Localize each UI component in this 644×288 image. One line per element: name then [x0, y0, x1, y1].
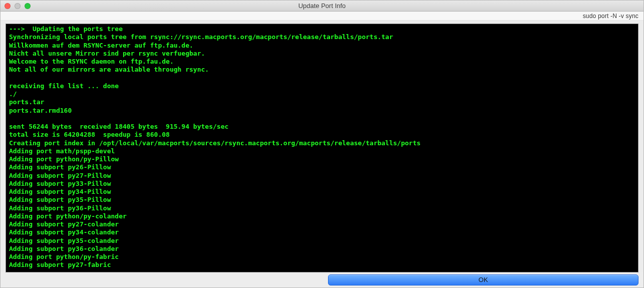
terminal-line: Adding subport py26-Pillow: [9, 163, 635, 171]
terminal-line: Creating port index in /opt/local/var/ma…: [9, 139, 635, 147]
terminal-line: Adding subport py27-Pillow: [9, 172, 635, 180]
zoom-icon[interactable]: [25, 3, 31, 9]
terminal-line: Adding port python/py-fabric: [9, 253, 635, 261]
terminal-line: Adding subport py36-colander: [9, 245, 635, 253]
window-title: Update Port Info: [1, 2, 643, 10]
terminal-line: receiving file list ... done: [9, 82, 635, 90]
terminal-line: [9, 115, 635, 123]
terminal-line: ports.tar: [9, 98, 635, 106]
titlebar: Update Port Info: [1, 1, 643, 12]
terminal-frame: ---> Updating the ports treeSynchronizin…: [6, 24, 638, 272]
ok-button-label: OK: [479, 276, 488, 283]
ok-button[interactable]: OK: [328, 274, 638, 285]
terminal-line: Adding port math/pspp-devel: [9, 147, 635, 155]
command-text: sudo port -N -v sync: [583, 13, 638, 20]
terminal-line: ports.tar.rmd160: [9, 107, 635, 115]
bottom-bar: OK: [1, 272, 643, 287]
terminal-line: Synchronizing local ports tree from rsyn…: [9, 33, 635, 41]
terminal-line: ./: [9, 90, 635, 98]
terminal-line: Adding subport py36-Pillow: [9, 204, 635, 212]
terminal-line: sent 56244 bytes received 18405 bytes 91…: [9, 123, 635, 131]
terminal-line: [9, 74, 635, 82]
terminal-output[interactable]: ---> Updating the ports treeSynchronizin…: [6, 24, 638, 272]
terminal-line: Adding port python/py-Pillow: [9, 155, 635, 163]
terminal-line: Willkommen auf dem RSYNC-server auf ftp.…: [9, 42, 635, 50]
terminal-line: Adding subport py35-Pillow: [9, 196, 635, 204]
terminal-line: Not all of our mirrors are available thr…: [9, 66, 635, 74]
terminal-line: Nicht all unsere Mirror sind per rsync v…: [9, 50, 635, 58]
command-info-row: sudo port -N -v sync: [1, 12, 643, 21]
terminal-line: Adding subport py35-colander: [9, 237, 635, 245]
terminal-line: total size is 64204288 speedup is 860.08: [9, 131, 635, 139]
terminal-line: Adding subport py27-fabric: [9, 261, 635, 269]
terminal-line: Welcome to the RSYNC daemon on ftp.fau.d…: [9, 58, 635, 66]
minimize-icon[interactable]: [15, 3, 21, 9]
app-window: Update Port Info sudo port -N -v sync --…: [0, 0, 644, 288]
traffic-lights: [5, 3, 31, 9]
terminal-line: Adding subport py27-colander: [9, 220, 635, 228]
terminal-line: Adding subport py34-Pillow: [9, 188, 635, 196]
content-area: ---> Updating the ports treeSynchronizin…: [1, 21, 643, 272]
terminal-line: Adding subport py34-colander: [9, 228, 635, 236]
terminal-line: Adding port python/py-colander: [9, 212, 635, 220]
terminal-line: Adding subport py33-Pillow: [9, 180, 635, 188]
close-icon[interactable]: [5, 3, 11, 9]
terminal-line: ---> Updating the ports tree: [9, 25, 635, 33]
